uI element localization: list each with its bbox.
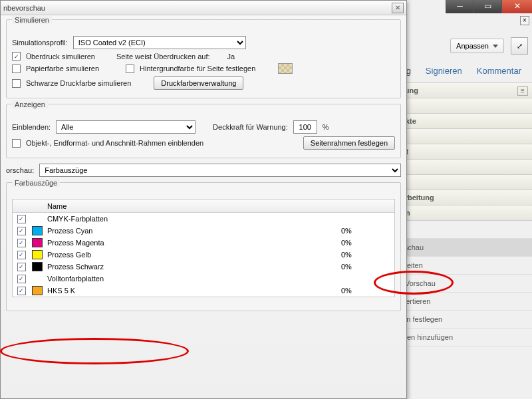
separation-name: Prozess Schwarz [45,263,341,271]
separation-row[interactable]: Prozess Magenta0% [13,237,394,249]
ueberdruck-label: Überdruck simulieren [26,53,95,61]
separation-row[interactable]: Prozess Schwarz0% [13,261,394,273]
color-swatch [32,238,43,247]
hgfarbe-checkbox[interactable] [126,65,134,73]
col-name-header: Name [45,202,341,210]
separation-row[interactable]: HKS 5 K0% [13,285,394,297]
separation-checkbox[interactable] [17,215,26,223]
separation-pct: 0% [341,239,394,247]
color-swatch [32,286,43,295]
anpassen-dropdown[interactable]: Anpassen [450,39,504,53]
papierfarbe-label: Papierfarbe simulieren [26,65,99,72]
separation-checkbox[interactable] [17,251,26,259]
rahmen-checkbox[interactable] [12,139,21,148]
simulationsprofil-label: Simulationsprofil: [12,39,68,47]
color-swatch [32,250,43,259]
einblenden-label: Einblenden: [12,123,51,131]
separation-pct: 0% [341,287,394,295]
group-farbauszuege-title: Farbauszüge [12,179,60,187]
group-anzeigen-title: Anzeigen [12,100,48,108]
hgfarbe-swatch[interactable] [278,63,293,74]
druckfarbenverwaltung-button[interactable]: Druckfarbenverwaltung [154,76,243,90]
separation-checkbox[interactable] [17,263,26,271]
separation-checkbox[interactable] [17,275,26,283]
minimize-button[interactable]: ─ [446,0,473,13]
vorschau-label: orschau: [6,166,34,174]
separation-name: Prozess Cyan [45,227,341,235]
tabs-row: ndig Signieren Kommentar [389,63,527,79]
separation-name: Prozess Magenta [45,239,341,247]
color-swatch [32,226,43,235]
window-close-button[interactable]: ✕ [501,0,532,13]
separation-name: HKS 5 K [45,287,341,295]
separation-pct: 0% [341,227,394,235]
expand-icon: ⤢ [517,42,523,51]
expand-button[interactable]: ⤢ [511,37,528,55]
dialog-titlebar[interactable]: nbevorschau ✕ [1,1,406,15]
tab-kommentar[interactable]: Kommentar [471,63,527,79]
maximize-button[interactable]: ▭ [473,0,501,13]
separation-row[interactable]: Volltonfarbplatten [13,273,394,285]
group-simulieren: Simulieren Simulationsprofil: ISO Coated… [6,19,401,98]
dialog-title: nbevorschau [3,4,392,12]
chevron-down-icon [493,45,498,48]
hgfarbe-label: Hintergrundfarbe für Seite festlegen [140,65,255,72]
separation-row[interactable]: Prozess Cyan0% [13,225,394,237]
color-swatch [32,262,43,271]
schwarz-label: Schwarze Druckfarbe simulieren [26,79,131,87]
separation-pct: 0% [341,251,394,259]
gear-icon[interactable]: ≡ [517,86,528,96]
group-anzeigen: Anzeigen Einblenden: Alle Deckkraft für … [6,104,401,158]
ueberdruck-checkbox[interactable] [12,52,21,61]
schwarz-checkbox[interactable] [12,79,21,88]
panel-close-icon[interactable]: × [520,16,529,25]
vorschau-select[interactable]: Farbauszüge [39,164,401,177]
separations-table: Name CMYK-FarbplattenProzess Cyan0%Proze… [12,199,395,297]
separation-checkbox[interactable] [17,287,26,295]
window-controls: ─ ▭ ✕ [446,0,532,13]
anpassen-label: Anpassen [456,42,489,50]
rahmen-label: Objekt-, Endformat- und Anschnitt-Rahmen… [26,139,203,147]
tab-signieren[interactable]: Signieren [420,63,467,79]
simulationsprofil-select[interactable]: ISO Coated v2 (ECI) [73,36,246,49]
deckkraft-label: Deckkraft für Warnung: [213,123,288,131]
seite-weist-value: Ja [227,53,235,61]
group-simulieren-title: Simulieren [12,16,52,24]
separation-checkbox[interactable] [17,239,26,247]
separation-checkbox[interactable] [17,227,26,235]
ausgabevorschau-dialog: nbevorschau ✕ Simulieren Simulationsprof… [0,0,407,399]
pct-label: % [323,123,329,131]
deckkraft-input[interactable] [293,120,317,134]
seitenrahmen-button[interactable]: Seitenrahmen festlegen [303,136,395,150]
separation-row[interactable]: Prozess Gelb0% [13,249,394,261]
separation-pct: 0% [341,263,394,271]
dialog-close-button[interactable]: ✕ [392,3,404,13]
separation-name: Volltonfarbplatten [45,275,341,283]
separation-row[interactable]: CMYK-Farbplatten [13,213,394,225]
group-farbauszuege: Farbauszüge Name CMYK-FarbplattenProzess… [6,182,401,311]
seite-weist-label: Seite weist Überdrucken auf: [116,53,210,61]
papierfarbe-checkbox[interactable] [12,65,21,73]
separation-name: Prozess Gelb [45,251,341,259]
separation-name: CMYK-Farbplatten [45,215,341,223]
einblenden-select[interactable]: Alle [56,120,196,134]
